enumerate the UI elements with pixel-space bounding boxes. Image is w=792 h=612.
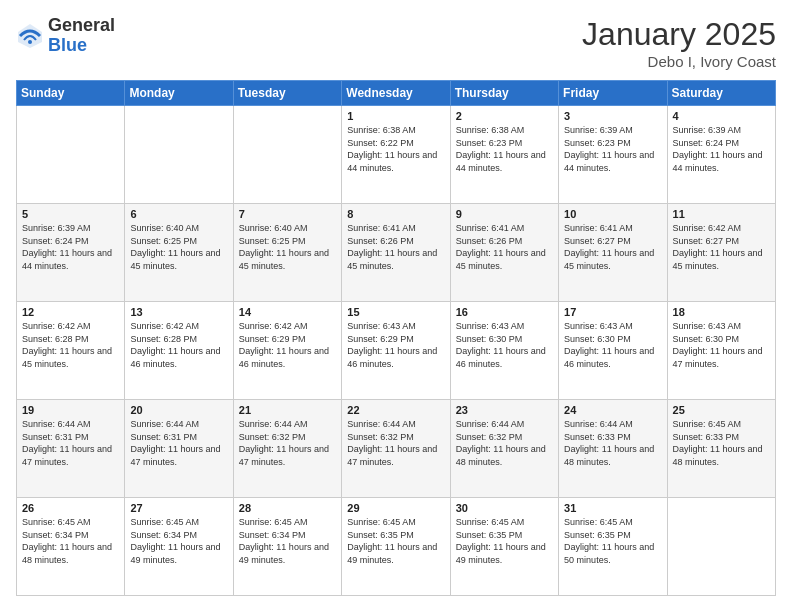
logo: General Blue bbox=[16, 16, 115, 56]
day-number: 9 bbox=[456, 208, 553, 220]
day-info: Sunrise: 6:44 AMSunset: 6:31 PMDaylight:… bbox=[22, 418, 119, 468]
day-info: Sunrise: 6:41 AMSunset: 6:27 PMDaylight:… bbox=[564, 222, 661, 272]
day-info: Sunrise: 6:43 AMSunset: 6:30 PMDaylight:… bbox=[673, 320, 770, 370]
day-number: 3 bbox=[564, 110, 661, 122]
day-number: 11 bbox=[673, 208, 770, 220]
calendar-cell: 4Sunrise: 6:39 AMSunset: 6:24 PMDaylight… bbox=[667, 106, 775, 204]
calendar-cell: 11Sunrise: 6:42 AMSunset: 6:27 PMDayligh… bbox=[667, 204, 775, 302]
day-number: 27 bbox=[130, 502, 227, 514]
day-number: 21 bbox=[239, 404, 336, 416]
logo-icon bbox=[16, 22, 44, 50]
calendar-cell: 18Sunrise: 6:43 AMSunset: 6:30 PMDayligh… bbox=[667, 302, 775, 400]
day-info: Sunrise: 6:45 AMSunset: 6:33 PMDaylight:… bbox=[673, 418, 770, 468]
day-info: Sunrise: 6:40 AMSunset: 6:25 PMDaylight:… bbox=[130, 222, 227, 272]
day-number: 4 bbox=[673, 110, 770, 122]
calendar-header-saturday: Saturday bbox=[667, 81, 775, 106]
day-info: Sunrise: 6:45 AMSunset: 6:35 PMDaylight:… bbox=[347, 516, 444, 566]
calendar-cell: 29Sunrise: 6:45 AMSunset: 6:35 PMDayligh… bbox=[342, 498, 450, 596]
day-info: Sunrise: 6:44 AMSunset: 6:31 PMDaylight:… bbox=[130, 418, 227, 468]
day-info: Sunrise: 6:45 AMSunset: 6:35 PMDaylight:… bbox=[564, 516, 661, 566]
day-number: 20 bbox=[130, 404, 227, 416]
day-info: Sunrise: 6:42 AMSunset: 6:27 PMDaylight:… bbox=[673, 222, 770, 272]
day-info: Sunrise: 6:45 AMSunset: 6:34 PMDaylight:… bbox=[239, 516, 336, 566]
calendar-week-2: 5Sunrise: 6:39 AMSunset: 6:24 PMDaylight… bbox=[17, 204, 776, 302]
title-block: January 2025 Debo I, Ivory Coast bbox=[582, 16, 776, 70]
month-title: January 2025 bbox=[582, 16, 776, 53]
logo-general: General bbox=[48, 16, 115, 36]
header: General Blue January 2025 Debo I, Ivory … bbox=[16, 16, 776, 70]
calendar-cell: 27Sunrise: 6:45 AMSunset: 6:34 PMDayligh… bbox=[125, 498, 233, 596]
calendar-cell: 21Sunrise: 6:44 AMSunset: 6:32 PMDayligh… bbox=[233, 400, 341, 498]
calendar-cell: 16Sunrise: 6:43 AMSunset: 6:30 PMDayligh… bbox=[450, 302, 558, 400]
day-info: Sunrise: 6:43 AMSunset: 6:30 PMDaylight:… bbox=[456, 320, 553, 370]
location-title: Debo I, Ivory Coast bbox=[582, 53, 776, 70]
day-info: Sunrise: 6:38 AMSunset: 6:23 PMDaylight:… bbox=[456, 124, 553, 174]
day-number: 6 bbox=[130, 208, 227, 220]
day-info: Sunrise: 6:39 AMSunset: 6:24 PMDaylight:… bbox=[673, 124, 770, 174]
calendar-cell: 14Sunrise: 6:42 AMSunset: 6:29 PMDayligh… bbox=[233, 302, 341, 400]
day-info: Sunrise: 6:42 AMSunset: 6:28 PMDaylight:… bbox=[22, 320, 119, 370]
calendar-cell: 5Sunrise: 6:39 AMSunset: 6:24 PMDaylight… bbox=[17, 204, 125, 302]
day-info: Sunrise: 6:45 AMSunset: 6:35 PMDaylight:… bbox=[456, 516, 553, 566]
day-info: Sunrise: 6:43 AMSunset: 6:29 PMDaylight:… bbox=[347, 320, 444, 370]
calendar-cell: 9Sunrise: 6:41 AMSunset: 6:26 PMDaylight… bbox=[450, 204, 558, 302]
day-info: Sunrise: 6:40 AMSunset: 6:25 PMDaylight:… bbox=[239, 222, 336, 272]
day-info: Sunrise: 6:42 AMSunset: 6:28 PMDaylight:… bbox=[130, 320, 227, 370]
calendar-cell: 13Sunrise: 6:42 AMSunset: 6:28 PMDayligh… bbox=[125, 302, 233, 400]
svg-point-1 bbox=[28, 40, 32, 44]
day-info: Sunrise: 6:44 AMSunset: 6:32 PMDaylight:… bbox=[347, 418, 444, 468]
calendar-cell: 25Sunrise: 6:45 AMSunset: 6:33 PMDayligh… bbox=[667, 400, 775, 498]
calendar-header-friday: Friday bbox=[559, 81, 667, 106]
calendar-cell bbox=[125, 106, 233, 204]
day-info: Sunrise: 6:41 AMSunset: 6:26 PMDaylight:… bbox=[347, 222, 444, 272]
day-info: Sunrise: 6:45 AMSunset: 6:34 PMDaylight:… bbox=[22, 516, 119, 566]
day-number: 30 bbox=[456, 502, 553, 514]
calendar-cell: 22Sunrise: 6:44 AMSunset: 6:32 PMDayligh… bbox=[342, 400, 450, 498]
calendar-week-3: 12Sunrise: 6:42 AMSunset: 6:28 PMDayligh… bbox=[17, 302, 776, 400]
day-number: 19 bbox=[22, 404, 119, 416]
calendar-cell bbox=[233, 106, 341, 204]
day-number: 16 bbox=[456, 306, 553, 318]
calendar-cell: 6Sunrise: 6:40 AMSunset: 6:25 PMDaylight… bbox=[125, 204, 233, 302]
calendar-cell: 10Sunrise: 6:41 AMSunset: 6:27 PMDayligh… bbox=[559, 204, 667, 302]
calendar-cell: 12Sunrise: 6:42 AMSunset: 6:28 PMDayligh… bbox=[17, 302, 125, 400]
day-number: 26 bbox=[22, 502, 119, 514]
day-info: Sunrise: 6:39 AMSunset: 6:24 PMDaylight:… bbox=[22, 222, 119, 272]
calendar-cell: 15Sunrise: 6:43 AMSunset: 6:29 PMDayligh… bbox=[342, 302, 450, 400]
day-number: 7 bbox=[239, 208, 336, 220]
calendar-header-wednesday: Wednesday bbox=[342, 81, 450, 106]
day-number: 13 bbox=[130, 306, 227, 318]
calendar-header-monday: Monday bbox=[125, 81, 233, 106]
day-info: Sunrise: 6:39 AMSunset: 6:23 PMDaylight:… bbox=[564, 124, 661, 174]
calendar-cell bbox=[667, 498, 775, 596]
calendar-header-row: SundayMondayTuesdayWednesdayThursdayFrid… bbox=[17, 81, 776, 106]
day-number: 10 bbox=[564, 208, 661, 220]
calendar-header-tuesday: Tuesday bbox=[233, 81, 341, 106]
day-number: 8 bbox=[347, 208, 444, 220]
calendar-cell: 26Sunrise: 6:45 AMSunset: 6:34 PMDayligh… bbox=[17, 498, 125, 596]
day-number: 17 bbox=[564, 306, 661, 318]
day-info: Sunrise: 6:44 AMSunset: 6:32 PMDaylight:… bbox=[456, 418, 553, 468]
calendar-week-4: 19Sunrise: 6:44 AMSunset: 6:31 PMDayligh… bbox=[17, 400, 776, 498]
day-number: 1 bbox=[347, 110, 444, 122]
calendar-cell: 23Sunrise: 6:44 AMSunset: 6:32 PMDayligh… bbox=[450, 400, 558, 498]
calendar-cell: 20Sunrise: 6:44 AMSunset: 6:31 PMDayligh… bbox=[125, 400, 233, 498]
day-info: Sunrise: 6:44 AMSunset: 6:32 PMDaylight:… bbox=[239, 418, 336, 468]
calendar-week-1: 1Sunrise: 6:38 AMSunset: 6:22 PMDaylight… bbox=[17, 106, 776, 204]
day-number: 2 bbox=[456, 110, 553, 122]
day-number: 15 bbox=[347, 306, 444, 318]
day-number: 24 bbox=[564, 404, 661, 416]
day-info: Sunrise: 6:41 AMSunset: 6:26 PMDaylight:… bbox=[456, 222, 553, 272]
calendar-week-5: 26Sunrise: 6:45 AMSunset: 6:34 PMDayligh… bbox=[17, 498, 776, 596]
calendar-cell bbox=[17, 106, 125, 204]
calendar-cell: 8Sunrise: 6:41 AMSunset: 6:26 PMDaylight… bbox=[342, 204, 450, 302]
calendar-cell: 30Sunrise: 6:45 AMSunset: 6:35 PMDayligh… bbox=[450, 498, 558, 596]
day-info: Sunrise: 6:42 AMSunset: 6:29 PMDaylight:… bbox=[239, 320, 336, 370]
calendar-cell: 17Sunrise: 6:43 AMSunset: 6:30 PMDayligh… bbox=[559, 302, 667, 400]
logo-text: General Blue bbox=[48, 16, 115, 56]
day-number: 28 bbox=[239, 502, 336, 514]
page: General Blue January 2025 Debo I, Ivory … bbox=[0, 0, 792, 612]
calendar-header-sunday: Sunday bbox=[17, 81, 125, 106]
day-info: Sunrise: 6:45 AMSunset: 6:34 PMDaylight:… bbox=[130, 516, 227, 566]
day-number: 25 bbox=[673, 404, 770, 416]
